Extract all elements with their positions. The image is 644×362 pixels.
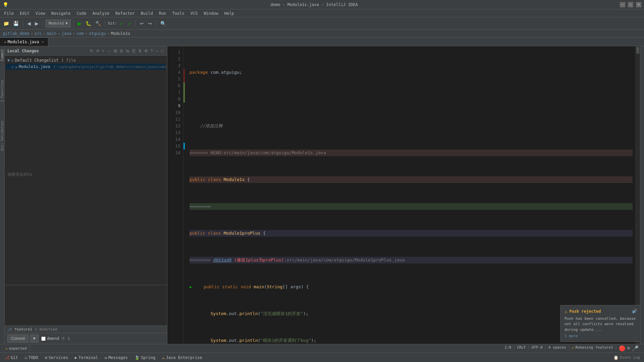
git-push-button[interactable]: ✓ xyxy=(126,20,133,27)
sort-button[interactable]: ⇅ xyxy=(137,48,143,54)
debug-button[interactable]: 🐛 xyxy=(84,20,93,27)
nav-src[interactable]: src xyxy=(35,31,42,36)
expand-button[interactable]: ⊞ xyxy=(113,48,118,54)
move-to-changelist-button[interactable]: → xyxy=(106,48,112,54)
file-path: C:\mybigdata\project\gitlab_demo\src\mai… xyxy=(54,65,167,69)
tab-module1s-java[interactable]: ☕ Module1s.java ✕ xyxy=(0,37,48,46)
minimize-button[interactable]: ─ xyxy=(620,2,625,7)
menu-window[interactable]: Window xyxy=(201,10,221,16)
rollback-button[interactable]: ↺ xyxy=(95,48,100,54)
code-line-2 xyxy=(190,96,633,103)
menu-code[interactable]: Code xyxy=(74,10,89,16)
status-encoding[interactable]: UTF-8 xyxy=(529,345,546,350)
amend-history-button[interactable]: ↺ xyxy=(60,336,66,341)
menu-edit[interactable]: Edit xyxy=(17,10,32,16)
module-dropdown[interactable]: Module1 ▼ xyxy=(46,19,71,27)
checkbox-icon[interactable]: ☑ xyxy=(11,58,13,63)
line-num-15: 15 xyxy=(167,143,183,149)
status-position[interactable]: 1:8 xyxy=(502,345,514,350)
close-button[interactable]: ✕ xyxy=(636,2,641,7)
forward-button[interactable]: ▶ xyxy=(34,20,40,27)
help-button[interactable]: ? xyxy=(150,48,154,54)
status-crlf[interactable]: CRLF xyxy=(514,345,529,350)
menu-run[interactable]: Run xyxy=(156,10,169,16)
git-check-button[interactable]: ✓ xyxy=(118,20,125,27)
notification-body: Push has been cancelled, because not all… xyxy=(565,316,636,333)
notification-more-link[interactable]: 1 more xyxy=(565,334,636,338)
nav-main[interactable]: main xyxy=(47,31,57,36)
nav-com[interactable]: com xyxy=(76,31,84,36)
menu-file[interactable]: File xyxy=(1,10,16,16)
paren-11: ( xyxy=(258,337,261,344)
tab-git[interactable]: ⎇ Git xyxy=(1,354,21,361)
event-log-label[interactable]: Event Log xyxy=(620,355,640,360)
commit-message-input[interactable] xyxy=(5,285,167,325)
nav-atguigu[interactable]: atguigu xyxy=(89,31,106,36)
menu-tools[interactable]: Tools xyxy=(170,10,187,16)
new-changelist-button[interactable]: + xyxy=(101,48,105,54)
tab-services[interactable]: ⚙ Services xyxy=(42,354,71,361)
minimize-panel-button[interactable]: ─ xyxy=(154,48,159,54)
nav-module1s[interactable]: Module1s xyxy=(111,31,130,36)
collapse-button[interactable]: ⊟ xyxy=(119,48,124,54)
scroll-thumb[interactable] xyxy=(636,47,639,54)
menu-view[interactable]: View xyxy=(33,10,48,16)
param-9: args xyxy=(290,284,301,290)
tab-spring[interactable]: 🍃 Spring xyxy=(131,354,159,361)
rebase-text: Rebasing feature1 xyxy=(575,345,613,350)
menu-analyze[interactable]: Analyze xyxy=(90,10,112,16)
code-lines[interactable]: package com.atguigu; //添加注释 <<<<<<< HEAD… xyxy=(185,46,635,344)
notification-close-button[interactable]: ✕ xyxy=(634,307,638,313)
menu-refactor[interactable]: Refactor xyxy=(113,10,138,16)
tab-close-icon[interactable]: ✕ xyxy=(42,40,44,44)
run-gutter-icon[interactable]: ▶ xyxy=(190,284,192,290)
git-validation-vert-label[interactable]: Git: Validation xyxy=(0,118,5,154)
file-tree-item[interactable]: ☑ ☕ Module1s.java C:\mybigdata\project\g… xyxy=(6,64,166,70)
commit-dropdown-button[interactable]: ▼ xyxy=(30,335,39,343)
nav-gitlab-demo[interactable]: gitlab_demo xyxy=(3,31,29,36)
amend-info-button[interactable]: ℹ xyxy=(67,336,71,341)
search-button[interactable]: 🔍 xyxy=(159,20,167,27)
gutter-15 xyxy=(183,143,185,149)
redo-button[interactable]: ↪ xyxy=(147,20,153,27)
status-expected[interactable]: ⚠ expected xyxy=(3,344,30,353)
back-button[interactable]: ◀ xyxy=(26,20,32,27)
str-10: "没完成模块1的开发" xyxy=(260,310,303,317)
changelist-header[interactable]: ▼ ☑ Default Changelist 1 file xyxy=(6,57,166,64)
menu-vcs[interactable]: VCS xyxy=(188,10,201,16)
left-icons-bar: Commit 2 Favorites Git: Validation xyxy=(0,46,5,344)
changelist-arrow-icon: ▼ xyxy=(7,58,10,63)
amend-checkbox[interactable] xyxy=(41,337,46,341)
run-button[interactable]: ▶ xyxy=(76,20,83,27)
tab-java-enterprise[interactable]: ☕ Java Enterprise xyxy=(159,354,206,361)
menu-help[interactable]: Help xyxy=(222,10,237,16)
group-button[interactable]: ☰ xyxy=(131,48,137,54)
expand-panel-button[interactable]: □ xyxy=(160,48,164,54)
menu-build[interactable]: Build xyxy=(138,10,156,16)
file-checkbox-icon[interactable]: ☑ xyxy=(11,64,14,69)
open-button[interactable]: 📁 xyxy=(2,20,10,27)
maximize-button[interactable]: □ xyxy=(628,2,633,7)
undo-button[interactable]: ↩ xyxy=(139,20,145,27)
diff-button[interactable]: ⇆ xyxy=(125,48,130,54)
tab-terminal[interactable]: ▶ Terminal xyxy=(71,354,101,361)
build-button[interactable]: 🔨 xyxy=(94,20,102,27)
refresh-button[interactable]: ↻ xyxy=(89,48,94,54)
editor-right-scrollbar[interactable] xyxy=(635,46,640,344)
status-rebase[interactable]: ⚠ Rebasing feature1 xyxy=(569,345,616,350)
favorites-vert-label[interactable]: 2 Favorites xyxy=(0,77,5,105)
comment-line3: //添加注释 xyxy=(190,123,223,129)
status-indent[interactable]: 4 spaces xyxy=(546,345,569,350)
app-icon: 💡 xyxy=(3,2,8,7)
java-enterprise-tab-icon: ☕ xyxy=(162,355,164,360)
tab-todo[interactable]: ☑ TODO xyxy=(21,354,42,361)
save-button[interactable]: 💾 xyxy=(12,20,20,27)
tab-messages[interactable]: ✉ Messages xyxy=(101,354,131,361)
branch-name[interactable]: feature1 xyxy=(14,327,32,331)
bottom-tabs-bar: ⎇ Git ☑ TODO ⚙ Services ▶ Terminal ✉ Mes… xyxy=(0,353,644,362)
commit-vert-label[interactable]: Commit xyxy=(0,46,5,64)
settings-button[interactable]: ⚙ xyxy=(143,48,149,54)
commit-button[interactable]: Commit xyxy=(7,335,29,343)
nav-java[interactable]: java xyxy=(62,31,71,36)
menu-navigate[interactable]: Navigate xyxy=(49,10,73,16)
